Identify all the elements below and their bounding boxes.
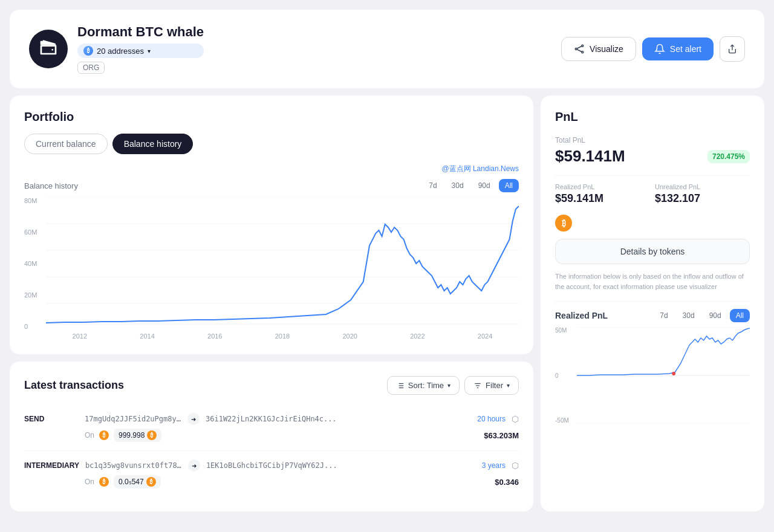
- tx-time-1: 20 hours: [477, 415, 506, 423]
- header-left: Dormant BTC whale ₿ 20 addresses ▾ ORG: [29, 24, 204, 74]
- tx-to-1: 36i1W22jLn2KK1GJcJirEiQHn4c...: [206, 415, 471, 423]
- filter-button[interactable]: Filter ▾: [464, 376, 519, 395]
- pnl-filter-30d[interactable]: 30d: [677, 309, 701, 322]
- tx-amount-1: 999.998: [119, 431, 145, 440]
- tx-bottom-1: On ₿ 999.998 ₿ $63.203M: [24, 429, 519, 442]
- sort-icon: [396, 381, 405, 390]
- filter-30d[interactable]: 30d: [446, 179, 470, 192]
- pnl-total-label: Total PnL: [555, 136, 750, 144]
- visualize-button[interactable]: Visualize: [561, 37, 636, 61]
- filter-90d[interactable]: 90d: [472, 179, 496, 192]
- address-badge[interactable]: ₿ 20 addresses ▾: [77, 44, 204, 58]
- transactions-card: Latest transactions Sort: Time ▾: [10, 362, 533, 511]
- details-by-tokens-button[interactable]: Details by tokens: [555, 239, 750, 264]
- tx-from-1: 17mgUdq2JJF5id2uPgm8yTf65n...: [85, 415, 181, 423]
- share-button[interactable]: [720, 36, 745, 62]
- svg-point-1: [582, 45, 584, 47]
- address-dot-icon: ₿: [83, 46, 93, 56]
- pnl-total-row: $59.141M 720.475%: [555, 147, 750, 166]
- pnl-split: Realized PnL $59.141M Unrealized PnL $13…: [555, 183, 750, 205]
- tx-top-1: SEND 17mgUdq2JJF5id2uPgm8yTf65n... ➜ 36i…: [24, 413, 519, 425]
- y-label-20m: 20M: [24, 291, 46, 299]
- tx-on-label-1: On: [85, 431, 94, 440]
- pnl-chart-svg: [577, 327, 750, 424]
- bell-icon: [654, 44, 665, 54]
- chart-header: Balance history 7d 30d 90d All: [24, 179, 519, 192]
- btc-amount-icon-1: ₿: [147, 430, 157, 440]
- filter-all[interactable]: All: [499, 179, 519, 192]
- realized-pnl-item: Realized PnL $59.141M: [555, 183, 650, 205]
- tx-on-label-2: On: [85, 478, 94, 486]
- y-label-80m: 80M: [24, 197, 46, 204]
- pnl-card: PnL Total PnL $59.141M 720.475% Realized…: [541, 96, 764, 511]
- x-axis: 2012 2014 2016 2018 2020 2022 2024: [24, 330, 519, 340]
- org-badge: ORG: [77, 62, 105, 74]
- tx-top-2: INTERMEDIARY bc1q35wg8vunsrxt0ft78dzx723…: [24, 459, 519, 472]
- tx-external-link-2[interactable]: ⬡: [512, 461, 519, 470]
- unrealized-label: Unrealized PnL: [655, 183, 750, 190]
- pnl-filter-90d[interactable]: 90d: [703, 309, 727, 322]
- pnl-y-50m: 50M: [555, 327, 577, 334]
- x-label-2020: 2020: [342, 332, 357, 340]
- sort-chevron-icon: ▾: [447, 382, 450, 389]
- pnl-filter-all[interactable]: All: [730, 309, 750, 322]
- x-label-2024: 2024: [478, 332, 492, 340]
- left-column: Portfolio Current balance Balance histor…: [10, 96, 533, 511]
- sort-label: Sort: Time: [408, 381, 444, 390]
- address-count: 20 addresses: [97, 47, 144, 56]
- svg-line-4: [577, 50, 582, 52]
- page-title: Dormant BTC whale: [77, 24, 204, 40]
- tx-type-2: INTERMEDIARY: [24, 461, 79, 470]
- visualize-icon: [574, 44, 585, 54]
- main-grid: Portfolio Current balance Balance histor…: [10, 96, 764, 511]
- tab-current-balance[interactable]: Current balance: [24, 134, 108, 154]
- tx-bottom-2: On ₿ 0.0₅547 ₿ $0.346: [24, 475, 519, 488]
- portfolio-title: Portfolio: [24, 110, 519, 124]
- realized-value: $59.141M: [555, 192, 650, 205]
- share-icon: [727, 44, 737, 54]
- tx-usd-1: $63.203M: [484, 431, 519, 440]
- tab-balance-history[interactable]: Balance history: [112, 134, 194, 154]
- svg-point-0: [575, 48, 577, 50]
- pnl-total-value: $59.141M: [555, 147, 625, 166]
- chevron-down-icon: ▾: [148, 48, 151, 54]
- tx-from-2: bc1q35wg8vunsrxt0ft78dzx723z...: [85, 461, 182, 470]
- svg-point-24: [672, 372, 675, 375]
- tx-external-link-1[interactable]: ⬡: [512, 414, 519, 424]
- btc-icon-1: ₿: [99, 430, 109, 440]
- x-label-2022: 2022: [410, 332, 424, 340]
- tx-to-2: 1EK1oBLGhcbiTGCibjP7VqWY62J...: [206, 461, 476, 470]
- header-info: Dormant BTC whale ₿ 20 addresses ▾ ORG: [77, 24, 204, 74]
- set-alert-button[interactable]: Set alert: [642, 37, 714, 60]
- tx-amount-badge-2: 0.0₅547 ₿: [114, 475, 161, 488]
- transaction-row-2: INTERMEDIARY bc1q35wg8vunsrxt0ft78dzx723…: [24, 451, 519, 497]
- filter-7d[interactable]: 7d: [423, 179, 443, 192]
- pnl-info-text: The information below is only based on t…: [555, 271, 750, 291]
- wallet-icon: [39, 39, 58, 59]
- set-alert-label: Set alert: [670, 44, 701, 54]
- y-label-60m: 60M: [24, 229, 46, 236]
- pnl-y-axis: 50M 0 -50M: [555, 327, 577, 424]
- pnl-title: PnL: [555, 110, 750, 124]
- visualize-label: Visualize: [590, 44, 623, 54]
- pnl-filter-7d[interactable]: 7d: [654, 309, 674, 322]
- pnl-divider-1: [555, 175, 750, 176]
- pnl-percent-badge: 720.475%: [707, 150, 750, 163]
- pnl-realized-header: Realized PnL 7d 30d 90d All: [555, 309, 750, 322]
- x-label-2018: 2018: [275, 332, 290, 340]
- balance-history-chart-section: Balance history 7d 30d 90d All 80M 60M 4: [24, 179, 519, 340]
- transaction-row-1: SEND 17mgUdq2JJF5id2uPgm8yTf65n... ➜ 36i…: [24, 404, 519, 451]
- tx-controls: Sort: Time ▾ Filter ▾: [387, 376, 519, 395]
- btc-amount-icon-2: ₿: [146, 477, 156, 487]
- unrealized-pnl-item: Unrealized PnL $132.107: [655, 183, 750, 205]
- tx-time-2: 3 years: [482, 461, 506, 470]
- pnl-y-0: 0: [555, 372, 577, 379]
- header-actions: Visualize Set alert: [561, 36, 745, 62]
- balance-chart-svg: [46, 197, 519, 330]
- filter-icon: [473, 381, 482, 390]
- pnl-divider-2: [555, 301, 750, 302]
- sort-button[interactable]: Sort: Time ▾: [387, 376, 460, 395]
- y-axis: 80M 60M 40M 20M 0: [24, 197, 46, 330]
- avatar: [29, 30, 68, 68]
- chart-label: Balance history: [24, 181, 78, 190]
